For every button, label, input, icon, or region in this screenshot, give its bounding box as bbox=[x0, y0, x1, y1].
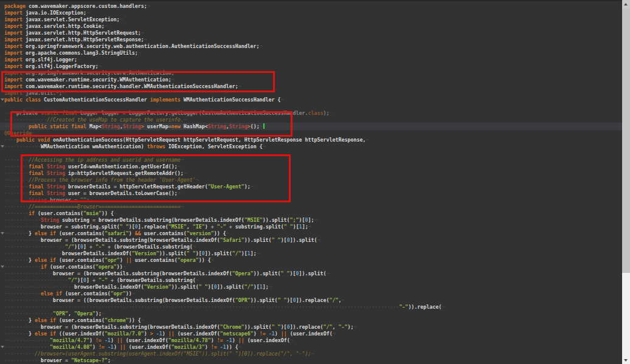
code-line: ············else if (user.contains("opr"… bbox=[4, 290, 622, 297]
scrollbar[interactable] bbox=[622, 0, 630, 364]
code-line: import org.springframework.security.web.… bbox=[4, 43, 622, 50]
code-line: ············browser = substring.split(" … bbox=[4, 224, 622, 230]
code-line: ················"OPR", "Opera");¬ bbox=[4, 311, 622, 317]
code-line: ············browser = (browserDetails.su… bbox=[4, 324, 622, 331]
code-line: import org.slf4j.Logger;¬ bbox=[4, 57, 622, 63]
code-line: import javax.servlet.ServletException;¬ bbox=[4, 16, 622, 23]
fold-marker-icon[interactable] bbox=[1, 346, 4, 348]
fold-marker-icon[interactable] bbox=[1, 145, 4, 148]
code-line bbox=[4, 103, 622, 110]
code-line: ··········//browser=(userAgent.substring… bbox=[4, 351, 622, 357]
code-line: ····public void onAuthenticationSuccess(… bbox=[4, 137, 622, 143]
code-line: import org.slf4j.LoggerFactory;¬ bbox=[4, 63, 622, 70]
code-line: ·····················"/")[0] + "-" + (br… bbox=[4, 277, 622, 284]
code-line: ········//==============Browser=========… bbox=[4, 204, 622, 210]
code-line: ········} else if (user.contains("chrome… bbox=[4, 317, 622, 324]
code-line: ········if (user.contains("msie")) {¬ bbox=[4, 210, 622, 217]
fold-marker-icon[interactable] bbox=[1, 266, 4, 268]
scrollbar-up-button[interactable] bbox=[622, 0, 630, 9]
code-line: ···············"mozilla/4.08") != -1) ||… bbox=[4, 344, 622, 351]
code-line: import java.io.IOException;¬ bbox=[4, 10, 622, 16]
code-line: ············browser = "Netscape-?";¬ bbox=[4, 357, 622, 364]
code-line: import org.apache.commons.lang3.StringUt… bbox=[4, 50, 622, 57]
window-top-border bbox=[0, 0, 623, 1]
annotation-rectangle-2 bbox=[10, 111, 292, 137]
code-line: ················browser = ((browserDetai… bbox=[4, 297, 622, 304]
code-line: ············WMAuthentication wmAuthentic… bbox=[4, 143, 622, 150]
code-line: ········} else if ((user.indexOf("mozill… bbox=[4, 331, 622, 337]
scrollbar-thumb[interactable] bbox=[622, 9, 630, 273]
code-line: import javax.servlet.http.HttpServletReq… bbox=[4, 30, 622, 36]
code-line: ····················"/")[0] + "-" + (bro… bbox=[4, 244, 622, 250]
code-line: ············browser = (browserDetails.su… bbox=[4, 237, 622, 244]
fold-marker-icon[interactable] bbox=[1, 98, 4, 101]
code-line: ············if (user.contains("opera"))¬ bbox=[4, 264, 622, 270]
annotation-rectangle-1 bbox=[1, 71, 275, 92]
code-line: ···············"mozilla/4.7") != -1) || … bbox=[4, 337, 622, 344]
code-line: ········} else if (user.contains("safari… bbox=[4, 230, 622, 237]
code-line: ········} else if (user.contains("opr") … bbox=[4, 257, 622, 264]
fold-marker-icon[interactable] bbox=[1, 232, 4, 235]
code-line: import javax.servlet.http.HttpServletRes… bbox=[4, 36, 622, 43]
code-line: ················browser = (browserDetail… bbox=[4, 270, 622, 277]
arrow-up-icon bbox=[624, 3, 628, 5]
code-line: ·······················browserDetails.in… bbox=[4, 284, 622, 290]
code-line: ···················browserDetails.indexO… bbox=[4, 250, 622, 257]
scrollbar-down-button[interactable] bbox=[622, 357, 630, 364]
code-line: ············String substring = browserDe… bbox=[4, 217, 622, 224]
annotation-rectangle-3 bbox=[21, 154, 291, 202]
arrow-down-icon bbox=[624, 359, 628, 362]
code-line: package com.wavemaker.appscore.custom.ha… bbox=[4, 3, 622, 10]
code-line: public class CustomAuthenticationSuccess… bbox=[4, 97, 622, 103]
code-line: import javax.servlet.http.Cookie;¬ bbox=[4, 23, 622, 30]
code-line: ········································… bbox=[4, 304, 622, 311]
